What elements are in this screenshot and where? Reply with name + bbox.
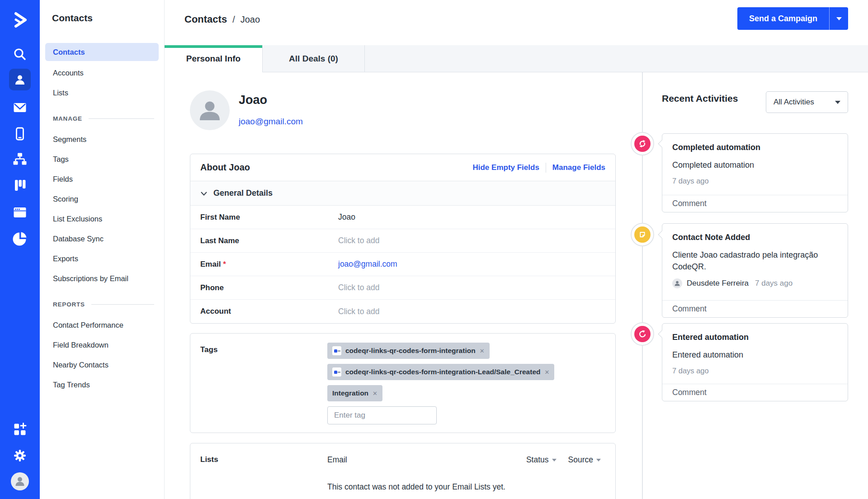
- sidebar-item-lists[interactable]: Lists: [40, 83, 164, 103]
- apps-add-icon[interactable]: [0, 419, 40, 439]
- sidebar-item-field-breakdown[interactable]: Field Breakdown: [40, 335, 164, 355]
- field-row-first-name[interactable]: First Name Joao: [190, 206, 615, 229]
- chevron-down-icon: [596, 459, 601, 461]
- breadcrumb: Contacts / Joao: [184, 14, 260, 25]
- general-details-section-toggle[interactable]: General Details: [190, 181, 615, 206]
- automations-flow-icon[interactable]: [0, 149, 40, 169]
- card-tail: [658, 140, 666, 148]
- comment-button[interactable]: Comment: [662, 300, 848, 317]
- user-avatar-icon[interactable]: [0, 471, 40, 491]
- deals-kanban-icon[interactable]: [0, 175, 40, 195]
- sidebar-item-subscriptions-by-email[interactable]: Subscriptions by Email: [40, 268, 164, 288]
- activities-filter-dropdown[interactable]: All Activities: [766, 91, 848, 113]
- links-divider: [546, 163, 546, 173]
- field-value: Joao: [338, 212, 355, 222]
- required-asterisk: *: [223, 260, 226, 268]
- tag-text: codeqr-links-qr-codes-form-integration: [345, 347, 476, 355]
- enter-tag-input[interactable]: [327, 406, 437, 424]
- sidebar-item-accounts[interactable]: Accounts: [40, 63, 164, 83]
- remove-tag-icon[interactable]: ✕: [373, 390, 377, 397]
- search-icon[interactable]: [0, 44, 40, 64]
- tab-personal-info[interactable]: Personal Info: [165, 45, 263, 72]
- field-label: First Name: [200, 213, 240, 221]
- breadcrumb-contacts-link[interactable]: Contacts: [184, 14, 227, 25]
- campaigns-mail-icon[interactable]: [0, 98, 40, 118]
- mobile-icon[interactable]: [0, 124, 40, 144]
- field-value: Click to add: [338, 236, 379, 245]
- field-row-email[interactable]: Email* joao@gmail.com: [190, 253, 615, 276]
- remove-tag-icon[interactable]: ✕: [545, 369, 550, 376]
- sidebar-item-fields[interactable]: Fields: [40, 169, 164, 189]
- contact-avatar: [190, 90, 230, 130]
- activity-card: Entered automation Entered automation 7 …: [662, 323, 848, 401]
- send-campaign-button[interactable]: Send a Campaign: [737, 7, 829, 30]
- activity-body: Completed automation: [672, 159, 838, 171]
- lists-source-filter[interactable]: Source: [568, 455, 601, 465]
- sidebar-section-manage: MANAGE: [40, 115, 164, 122]
- entered-automation-icon: [631, 322, 654, 346]
- field-value-email-link[interactable]: joao@gmail.com: [338, 259, 397, 269]
- sidebar-item-list-exclusions[interactable]: List Exclusions: [40, 209, 164, 229]
- field-row-phone[interactable]: Phone Click to add: [190, 276, 615, 300]
- tag-chip[interactable]: codeqr-links-qr-codes-form-integration-L…: [327, 364, 554, 380]
- chevron-down-icon: [836, 17, 842, 20]
- codeqr-favicon-icon: [332, 367, 341, 377]
- reports-pie-icon[interactable]: [0, 229, 40, 249]
- sidebar-item-exports[interactable]: Exports: [40, 249, 164, 268]
- comment-button[interactable]: Comment: [662, 384, 848, 401]
- tag-chip[interactable]: codeqr-links-qr-codes-form-integration ✕: [327, 343, 490, 359]
- site-window-icon[interactable]: [0, 202, 40, 222]
- sidebar-item-nearby-contacts[interactable]: Nearby Contacts: [40, 355, 164, 375]
- author-avatar-icon: [672, 278, 682, 288]
- activity-title: Completed automation: [672, 143, 838, 152]
- activities-filter-value: All Activities: [774, 98, 814, 107]
- field-value: Click to add: [338, 307, 379, 316]
- breadcrumb-current: Joao: [241, 14, 260, 25]
- field-row-last-name[interactable]: Last Name Click to add: [190, 229, 615, 253]
- tag-chip[interactable]: Integration ✕: [327, 385, 382, 401]
- chevron-down-icon: [835, 101, 840, 104]
- tags-label: Tags: [200, 345, 217, 354]
- field-label: Phone: [200, 283, 224, 292]
- contact-name: Joao: [239, 93, 267, 107]
- chevron-down-icon: [552, 459, 557, 461]
- breadcrumb-separator: /: [232, 14, 235, 25]
- settings-gear-icon[interactable]: [0, 446, 40, 466]
- contact-note-icon: [631, 223, 654, 246]
- sidebar-item-database-sync[interactable]: Database Sync: [40, 229, 164, 249]
- activity-body: Entered automation: [672, 349, 838, 361]
- lists-email-column-header: Email: [327, 455, 347, 465]
- recent-activities-title: Recent Activities: [662, 93, 738, 104]
- lists-status-filter[interactable]: Status: [526, 455, 557, 465]
- contacts-icon-active[interactable]: [9, 69, 31, 90]
- send-campaign-split-button: Send a Campaign: [737, 7, 848, 30]
- sidebar: Contacts Contacts Accounts Lists MANAGE …: [40, 0, 165, 499]
- topbar: Contacts / Joao Send a Campaign: [165, 0, 868, 45]
- activecampaign-logo-icon[interactable]: [0, 10, 40, 30]
- contact-email-link[interactable]: joao@gmail.com: [239, 117, 303, 127]
- sidebar-item-tags[interactable]: Tags: [40, 149, 164, 169]
- field-label: Account: [200, 307, 231, 315]
- tag-text: codeqr-links-qr-codes-form-integration-L…: [345, 368, 541, 376]
- sidebar-section-reports: REPORTS: [40, 301, 164, 308]
- activity-time: 7 days ago: [755, 279, 793, 288]
- activity-time: 7 days ago: [672, 177, 838, 185]
- sidebar-item-tag-trends[interactable]: Tag Trends: [40, 375, 164, 395]
- sidebar-item-scoring[interactable]: Scoring: [40, 189, 164, 209]
- sidebar-item-contacts[interactable]: Contacts: [45, 43, 159, 61]
- tab-all-deals[interactable]: All Deals (0): [263, 45, 365, 72]
- activity-title: Contact Note Added: [672, 233, 838, 242]
- comment-button[interactable]: Comment: [662, 195, 848, 212]
- sidebar-item-contact-performance[interactable]: Contact Performance: [40, 315, 164, 335]
- manage-fields-link[interactable]: Manage Fields: [552, 163, 605, 172]
- tab-strip: Personal Info All Deals (0): [165, 45, 868, 72]
- send-campaign-dropdown[interactable]: [829, 7, 848, 30]
- remove-tag-icon[interactable]: ✕: [480, 348, 485, 354]
- about-card: About Joao Hide Empty Fields Manage Fiel…: [190, 154, 616, 324]
- tags-card: Tags codeqr-links-qr-codes-form-integrat…: [190, 333, 616, 433]
- lists-label: Lists: [200, 455, 218, 464]
- field-row-account[interactable]: Account Click to add: [190, 300, 615, 323]
- tag-text: Integration: [332, 389, 368, 397]
- hide-empty-fields-link[interactable]: Hide Empty Fields: [472, 163, 539, 172]
- sidebar-item-segments[interactable]: Segments: [40, 129, 164, 149]
